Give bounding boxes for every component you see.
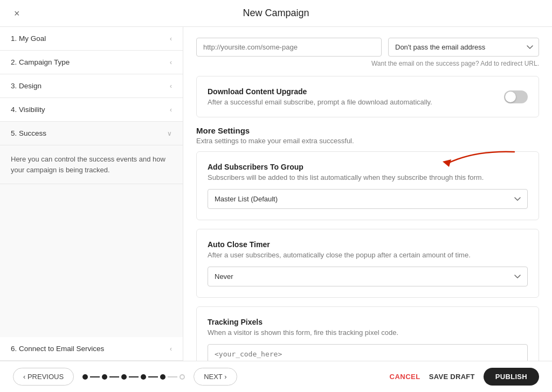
next-button[interactable]: NEXT › <box>194 368 237 386</box>
footer: ‹ PREVIOUS NEXT › CANCEL SAVE DRAFT PUBL… <box>0 361 552 392</box>
auto-close-desc: After a user subscribes, automatically c… <box>208 251 528 259</box>
sidebar-item-campaign-type[interactable]: 2. Campaign Type ‹ <box>0 51 183 74</box>
step-line-1 <box>90 376 100 377</box>
step-line-3 <box>129 376 139 377</box>
step-dot-2 <box>102 374 107 380</box>
sidebar-item-connect-email[interactable]: 6. Connect to Email Services ‹ <box>0 337 183 361</box>
add-subscribers-title: Add Subscribers To Group <box>208 163 528 171</box>
chevron-icon: ‹ <box>170 106 172 114</box>
sidebar-expanded-content: Here you can control the success events … <box>0 145 183 184</box>
cancel-button[interactable]: CANCEL <box>390 373 420 381</box>
sidebar: 1. My Goal ‹ 2. Campaign Type ‹ 3. Desig… <box>0 27 183 361</box>
toggle-track <box>504 90 528 103</box>
previous-button[interactable]: ‹ PREVIOUS <box>13 368 74 386</box>
more-settings-title: More Settings <box>196 126 539 135</box>
email-pass-select[interactable]: Don't pass the email address Pass the em… <box>388 38 539 57</box>
add-subscribers-card: Add Subscribers To Group Subscribers wil… <box>196 151 539 220</box>
step-dot-3 <box>121 374 127 380</box>
publish-button[interactable]: PUBLISH <box>484 368 539 386</box>
sidebar-item-my-goal[interactable]: 1. My Goal ‹ <box>0 27 183 51</box>
step-line-2 <box>109 376 119 377</box>
main-layout: 1. My Goal ‹ 2. Campaign Type ‹ 3. Desig… <box>0 27 552 361</box>
redirect-url-input[interactable] <box>196 38 382 57</box>
toggle-thumb <box>505 92 516 102</box>
tracking-pixels-desc: When a visitor is shown this form, fire … <box>208 328 528 337</box>
chevron-icon: ‹ <box>170 35 172 43</box>
step-indicator <box>82 374 185 380</box>
chevron-icon: ‹ <box>170 59 172 66</box>
section-desc: After a successful email subscribe, prom… <box>208 98 432 106</box>
tracking-pixels-card: Tracking Pixels When a visitor is shown … <box>196 306 539 361</box>
save-draft-button[interactable]: SAVE DRAFT <box>429 373 475 381</box>
add-subscribers-desc: Subscribers will be added to this list a… <box>208 173 528 181</box>
auto-close-title: Auto Close Timer <box>208 240 528 249</box>
header: × New Campaign <box>0 0 552 27</box>
sidebar-item-visibility[interactable]: 4. Visibility ‹ <box>0 98 183 122</box>
auto-close-select[interactable]: Never 5 seconds 10 seconds 30 seconds <box>208 267 528 286</box>
step-dot-4 <box>141 374 146 380</box>
url-hint: Want the email on the success page? Add … <box>196 60 539 67</box>
url-row: Don't pass the email address Pass the em… <box>196 38 539 57</box>
section-title: Download Content Upgrade <box>208 87 432 96</box>
sidebar-item-success[interactable]: 5. Success ∨ <box>0 122 183 145</box>
more-settings-desc: Extra settings to make your email extra … <box>196 137 539 145</box>
close-button[interactable]: × <box>11 8 23 19</box>
section-header: Download Content Upgrade After a success… <box>208 87 528 106</box>
auto-close-card: Auto Close Timer After a user subscribes… <box>196 229 539 298</box>
tracking-pixels-input[interactable] <box>208 344 528 361</box>
step-dot-1 <box>82 374 88 380</box>
chevron-down-icon: ∨ <box>167 130 172 137</box>
step-dot-6 <box>180 374 185 380</box>
step-line-4 <box>148 376 158 377</box>
download-toggle[interactable] <box>504 90 528 103</box>
main-content: Don't pass the email address Pass the em… <box>183 27 552 361</box>
download-content-upgrade-section: Download Content Upgrade After a success… <box>196 76 539 117</box>
chevron-icon: ‹ <box>170 345 172 353</box>
tracking-pixels-title: Tracking Pixels <box>208 318 528 326</box>
step-dot-5 <box>160 374 165 380</box>
subscribers-group-select[interactable]: Master List (Default) Custom List <box>208 189 528 209</box>
footer-right: CANCEL SAVE DRAFT PUBLISH <box>390 368 539 386</box>
sidebar-item-design[interactable]: 3. Design ‹ <box>0 74 183 98</box>
step-line-5 <box>168 376 177 377</box>
more-settings-header: More Settings Extra settings to make you… <box>196 126 539 145</box>
chevron-icon: ‹ <box>170 82 172 90</box>
page-title: New Campaign <box>243 8 309 19</box>
footer-left: ‹ PREVIOUS NEXT › <box>13 368 237 386</box>
